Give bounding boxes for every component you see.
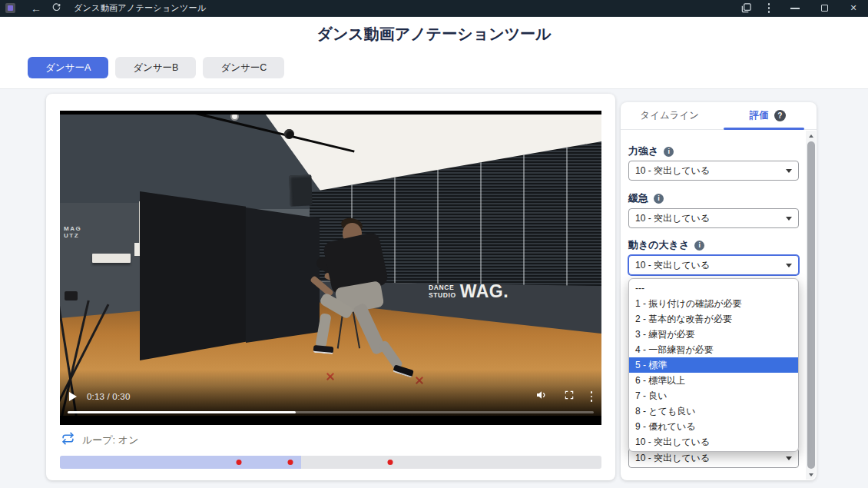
timeline-selection: [60, 456, 301, 469]
reload-icon[interactable]: [46, 2, 66, 15]
video-progress-fill: [68, 411, 296, 413]
dropdown-option[interactable]: 1 - 振り付けの確認が必要: [629, 296, 798, 311]
info-icon[interactable]: i: [694, 241, 704, 251]
dropdown-option[interactable]: 9 - 優れている: [629, 419, 798, 434]
timeline-marker[interactable]: [236, 460, 241, 465]
titlebar-title: ダンス動画アノテーションツール: [74, 2, 206, 14]
video-time: 0:13 / 0:30: [87, 392, 131, 401]
titlebar: ← ダンス動画アノテーションツール ✕: [0, 0, 868, 17]
letterbox-bottom: [60, 416, 601, 425]
partition-panel-right: [246, 207, 320, 343]
dropdown-option[interactable]: 8 - とても良い: [629, 403, 798, 419]
tab-timeline[interactable]: タイムライン: [621, 102, 719, 129]
dropdown-option[interactable]: 2 - 基本的な改善が必要: [629, 311, 798, 327]
chevron-down-icon: [786, 169, 792, 173]
tab-evaluation[interactable]: 評価 ?: [719, 102, 817, 129]
field-label-tempo: 緩急 i: [628, 191, 664, 205]
maximize-button[interactable]: [810, 0, 839, 17]
video-controls: 0:13 / 0:30: [69, 389, 592, 404]
dancer-tab-c[interactable]: ダンサーC: [203, 57, 284, 78]
loop-status: ループ: オン: [61, 432, 138, 448]
letterbox-top: [60, 111, 601, 115]
menu-kebab-icon[interactable]: [757, 0, 780, 17]
tabs-icon[interactable]: [734, 0, 757, 17]
select-power[interactable]: 10 - 突出している: [628, 161, 799, 181]
chevron-down-icon: [786, 264, 792, 267]
dropdown-option[interactable]: 5 - 標準: [629, 357, 798, 373]
dropdown-option[interactable]: 7 - 良い: [629, 388, 798, 403]
dancer-tabs: ダンサーA ダンサーB ダンサーC: [28, 57, 284, 78]
select-movement-size[interactable]: 10 - 突出している: [628, 255, 799, 275]
select-tempo[interactable]: 10 - 突出している: [628, 208, 799, 228]
dropdown-option[interactable]: 3 - 練習が必要: [629, 327, 798, 342]
scrollbar-down-arrow[interactable]: [806, 470, 816, 480]
info-icon[interactable]: i: [664, 147, 674, 157]
video-more-icon[interactable]: [591, 391, 593, 402]
dancer-figure: [313, 217, 417, 393]
loop-label: ループ: オン: [82, 433, 138, 447]
favicon-icon: [5, 3, 15, 13]
minimize-button[interactable]: [780, 0, 810, 17]
dancer-front-shin: [315, 313, 331, 348]
field-label-power: 力強さ i: [628, 144, 674, 158]
page-title: ダンス動画アノテーションツール: [0, 24, 868, 45]
video-player[interactable]: MAG UTZ DANCESTUDIO WAG.: [60, 111, 601, 425]
timeline-marker[interactable]: [388, 460, 393, 465]
info-icon[interactable]: i: [654, 194, 664, 204]
help-icon[interactable]: ?: [774, 110, 786, 121]
spotlight: [284, 129, 294, 139]
volume-icon[interactable]: [535, 389, 548, 404]
dropdown-option[interactable]: 6 - 標準以上: [629, 373, 798, 388]
dancer-tab-b[interactable]: ダンサーB: [115, 57, 196, 78]
close-button[interactable]: ✕: [839, 0, 868, 17]
dancer-tab-a[interactable]: ダンサーA: [28, 57, 108, 78]
wall-shelf: [92, 254, 131, 263]
chevron-down-icon: [786, 217, 792, 221]
back-icon[interactable]: ←: [26, 2, 46, 15]
scrollbar-up-arrow[interactable]: [806, 131, 816, 141]
wall-text: MAG UTZ: [64, 225, 81, 239]
scrollbar-thumb[interactable]: [807, 141, 815, 469]
play-icon[interactable]: [69, 392, 77, 401]
speaker: [289, 175, 312, 207]
dropdown-option[interactable]: 10 - 突出している: [629, 434, 798, 450]
dancer-front-shoe: [313, 345, 334, 354]
dropdown-option[interactable]: 4 - 一部練習が必要: [629, 342, 798, 357]
evaluation-panel: タイムライン 評価 ? 力強さ i 10 - 突出している 緩急 i 10 - …: [621, 102, 817, 480]
studio-logo: DANCESTUDIO WAG.: [429, 281, 509, 302]
chevron-down-icon: [786, 456, 792, 460]
loop-icon[interactable]: [61, 432, 75, 448]
dropdown-option[interactable]: ---: [629, 281, 798, 296]
fullscreen-icon[interactable]: [564, 390, 575, 403]
video-card: MAG UTZ DANCESTUDIO WAG.: [46, 94, 615, 480]
dropdown-options-list: --- 1 - 振り付けの確認が必要 2 - 基本的な改善が必要 3 - 練習が…: [628, 278, 799, 452]
timeline-bar[interactable]: [60, 456, 601, 469]
field-label-movement-size: 動きの大きさ i: [628, 238, 704, 252]
partition-panel-left: [140, 191, 246, 360]
app-window: ← ダンス動画アノテーションツール ✕ ダンス動画アノテーションツール ダンサー…: [0, 0, 868, 488]
panel-scrollbar[interactable]: [806, 131, 816, 480]
video-progress-bar[interactable]: [68, 411, 594, 413]
timeline-marker[interactable]: [287, 460, 293, 465]
panel-tabs: タイムライン 評価 ?: [621, 102, 817, 130]
